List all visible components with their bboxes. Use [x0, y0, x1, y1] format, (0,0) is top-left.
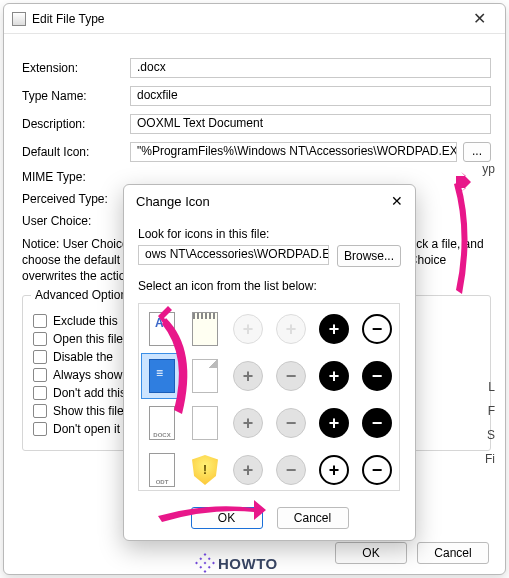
mimetype-label: MIME Type: [22, 170, 130, 184]
checkbox-label: Show this file [53, 404, 124, 418]
sliver-text: L [488, 380, 495, 394]
defaulticon-input[interactable]: "%ProgramFiles%\Windows NT\Accessories\W… [130, 142, 457, 162]
checkbox-label: Don't add this [53, 386, 126, 400]
select-icon-label: Select an icon from the list below: [138, 279, 401, 293]
icon-option[interactable]: + [313, 306, 355, 352]
minus-outline-icon: − [362, 314, 392, 344]
browse-button[interactable]: Browse... [337, 245, 401, 267]
icon-option[interactable]: − [356, 306, 398, 352]
plus-grey-icon: + [233, 408, 263, 438]
inner-cancel-button[interactable]: Cancel [277, 507, 349, 529]
document-docx-icon [149, 406, 175, 440]
checkbox-icon [33, 368, 47, 382]
checkbox-label: Always show [53, 368, 122, 382]
plus-ghost-icon: + [233, 314, 263, 344]
icon-option[interactable]: + [227, 400, 269, 446]
checkbox-icon [33, 422, 47, 436]
plus-grey-icon: + [233, 361, 263, 391]
app-icon [12, 12, 26, 26]
minus-black-icon: − [362, 408, 392, 438]
watermark-icon [192, 550, 217, 575]
icon-option[interactable]: + [227, 306, 269, 352]
icon-option[interactable]: + [313, 400, 355, 446]
typename-input[interactable]: docxfile [130, 86, 491, 106]
extension-label: Extension: [22, 61, 130, 75]
sliver-text: Fi [485, 452, 495, 466]
icon-option[interactable]: − [270, 353, 312, 399]
minus-grey-icon: − [276, 455, 306, 485]
checkbox-label: Exclude this [53, 314, 118, 328]
plus-black-icon: + [319, 361, 349, 391]
checkbox-label: Don't open it [53, 422, 120, 436]
sliver-text: F [488, 404, 495, 418]
icon-option[interactable]: + [313, 353, 355, 399]
close-icon[interactable]: ✕ [391, 193, 403, 209]
defaulticon-label: Default Icon: [22, 145, 130, 159]
icon-grid: + + + − + − + − + − + − ! [138, 303, 400, 491]
defaulticon-browse-button[interactable]: ... [463, 142, 491, 162]
icon-option[interactable] [141, 306, 183, 352]
minus-grey-icon: − [276, 361, 306, 391]
description-input[interactable]: OOXML Text Document [130, 114, 491, 134]
icon-option[interactable] [141, 447, 183, 491]
checkbox-icon [33, 404, 47, 418]
icon-option[interactable]: + [270, 306, 312, 352]
notepad-icon [192, 312, 218, 346]
icon-option[interactable] [141, 400, 183, 446]
document-a-icon [149, 312, 175, 346]
icon-path-input[interactable]: ows NT\Accessories\WORDPAD.EXE [138, 245, 329, 265]
watermark-logo: HOWTO [196, 554, 278, 572]
outer-ok-button[interactable]: OK [335, 542, 407, 564]
change-icon-title: Change Icon [136, 194, 391, 209]
checkbox-icon [33, 314, 47, 328]
checkbox-label: Open this file [53, 332, 123, 346]
icon-option[interactable]: + [313, 447, 355, 491]
icon-option-selected[interactable] [141, 353, 183, 399]
advanced-options-title: Advanced Options [31, 288, 137, 302]
minus-outline-icon: − [362, 455, 392, 485]
checkbox-label: Disable the [53, 350, 113, 364]
icon-option[interactable] [184, 306, 226, 352]
document-odt-icon [149, 453, 175, 487]
description-label: Description: [22, 117, 130, 131]
watermark-text: HOWTO [218, 555, 278, 572]
plus-black-icon: + [319, 314, 349, 344]
extension-input[interactable]: .docx [130, 58, 491, 78]
icon-option[interactable]: + [227, 447, 269, 491]
icon-option[interactable]: − [270, 400, 312, 446]
icon-option[interactable]: − [356, 447, 398, 491]
dialog-title: Edit File Type [32, 12, 461, 26]
outer-cancel-button[interactable]: Cancel [417, 542, 489, 564]
document-blank-icon [192, 359, 218, 393]
change-icon-dialog: Change Icon ✕ Look for icons in this fil… [123, 184, 416, 541]
titlebar[interactable]: Edit File Type ✕ [4, 4, 505, 34]
icon-option[interactable] [184, 400, 226, 446]
inner-ok-button[interactable]: OK [191, 507, 263, 529]
checkbox-icon [33, 332, 47, 346]
plus-ghost-icon: + [276, 314, 306, 344]
shield-warning-icon: ! [192, 455, 218, 485]
plus-black-icon: + [319, 408, 349, 438]
document-empty-icon [192, 406, 218, 440]
close-icon[interactable]: ✕ [461, 10, 497, 28]
icon-option[interactable] [184, 353, 226, 399]
look-for-icons-label: Look for icons in this file: [138, 227, 401, 241]
minus-grey-icon: − [276, 408, 306, 438]
document-blue-icon [149, 359, 175, 393]
icon-option[interactable]: + [227, 353, 269, 399]
sliver-text: S [487, 428, 495, 442]
icon-option[interactable]: − [356, 353, 398, 399]
perceivedtype-label: Perceived Type: [22, 192, 130, 206]
plus-grey-icon: + [233, 455, 263, 485]
checkbox-icon [33, 386, 47, 400]
checkbox-icon [33, 350, 47, 364]
sliver-text: yp [482, 162, 495, 176]
plus-outline-icon: + [319, 455, 349, 485]
userchoice-label: User Choice: [22, 214, 130, 228]
minus-black-icon: − [362, 361, 392, 391]
typename-label: Type Name: [22, 89, 130, 103]
icon-option[interactable]: − [270, 447, 312, 491]
icon-option[interactable]: ! [184, 447, 226, 491]
icon-option[interactable]: − [356, 400, 398, 446]
